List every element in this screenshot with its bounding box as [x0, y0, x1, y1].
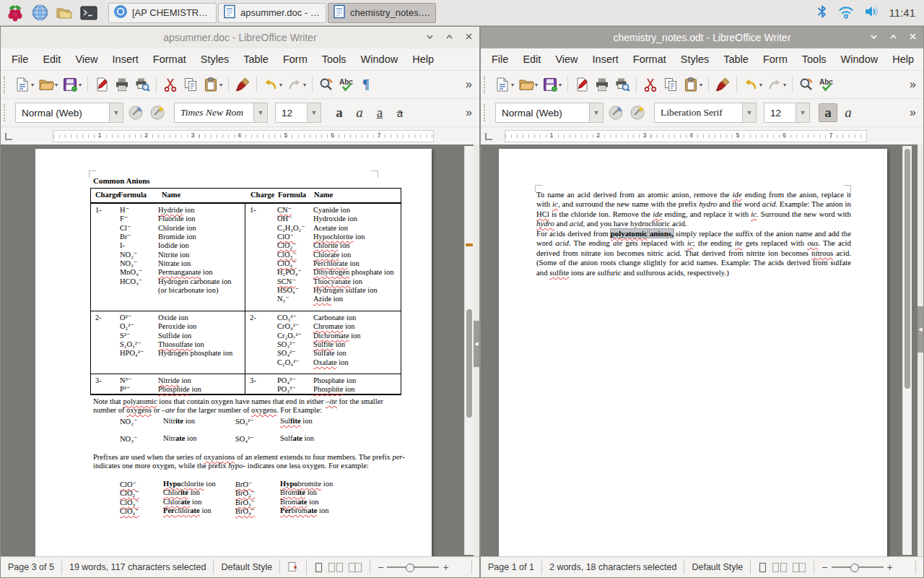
spellcheck-button[interactable]: Abc — [336, 74, 358, 95]
toolbar-overflow-button[interactable]: » — [461, 106, 476, 119]
menu-format[interactable]: Format — [147, 51, 193, 67]
zoom-slider-thumb[interactable] — [406, 564, 414, 572]
menu-file[interactable]: File — [5, 51, 35, 67]
paragraph-style-combo[interactable]: Normal (Web)▼ — [15, 103, 123, 123]
open-button[interactable]: ▾ — [36, 74, 60, 95]
browser-globe-icon[interactable] — [29, 2, 51, 24]
sidebar-hide-button[interactable]: ◀ — [474, 321, 479, 367]
menu-styles[interactable]: Styles — [674, 51, 716, 67]
menu-form[interactable]: Form — [757, 51, 794, 67]
scrollbar-thumb[interactable] — [905, 149, 910, 389]
chevron-down-icon[interactable]: ▼ — [589, 103, 603, 122]
menu-help[interactable]: Help — [406, 51, 440, 67]
zoom-slider[interactable]: − + — [370, 560, 472, 574]
clock[interactable]: 11:41 — [889, 7, 915, 19]
page-number-field[interactable]: Page 3 of 5 — [1, 560, 62, 574]
menu-window[interactable]: Window — [834, 51, 885, 67]
chevron-down-icon[interactable]: ▾ — [535, 82, 538, 88]
chevron-down-icon[interactable]: ▼ — [796, 103, 809, 122]
document-area[interactable]: To name an acid derived from an atomic a… — [481, 144, 923, 556]
menu-tools[interactable]: Tools — [315, 51, 353, 67]
minimize-button[interactable] — [869, 31, 879, 44]
view-layout-buttons[interactable] — [751, 560, 814, 574]
menu-styles[interactable]: Styles — [194, 51, 236, 67]
spellcheck-button[interactable]: Abc — [816, 74, 838, 95]
print-preview-button[interactable] — [612, 74, 632, 95]
new-style-icon[interactable] — [628, 103, 647, 122]
italic-button[interactable]: a — [350, 103, 369, 122]
page-style-field[interactable]: Default Style — [214, 560, 280, 574]
cut-button[interactable] — [640, 74, 661, 95]
menu-insert[interactable]: Insert — [586, 51, 625, 67]
zoom-slider[interactable]: − + — [814, 560, 916, 574]
chevron-down-icon[interactable]: ▼ — [307, 103, 321, 122]
undo-button[interactable]: ▾ — [741, 74, 764, 95]
save-button[interactable]: ▾ — [540, 74, 564, 95]
menu-tools[interactable]: Tools — [796, 51, 833, 67]
terminal-icon[interactable] — [78, 2, 100, 24]
page-style-field[interactable]: Default Style — [684, 560, 751, 574]
page-number-field[interactable]: Page 1 of 1 — [481, 560, 542, 574]
font-size-combo[interactable]: 12▼ — [764, 103, 810, 123]
toolbar-grip[interactable] — [4, 104, 10, 121]
cut-button[interactable] — [160, 74, 180, 95]
menu-window[interactable]: Window — [354, 51, 405, 67]
find-replace-button[interactable] — [796, 74, 816, 95]
find-replace-button[interactable] — [316, 74, 336, 95]
font-name-combo[interactable]: Times New Rom▼ — [174, 103, 268, 123]
new-doc-button[interactable]: ▾ — [12, 74, 36, 95]
toolbar-overflow-button[interactable]: » — [461, 78, 476, 91]
chevron-down-icon[interactable]: ▼ — [109, 103, 123, 122]
document-area[interactable]: Common Anions ChargeFormulaNameChargeFor… — [1, 144, 479, 556]
minimize-button[interactable] — [425, 31, 435, 44]
new-doc-button[interactable]: ▾ — [492, 74, 516, 95]
formatting-marks-button[interactable]: ¶ — [358, 74, 375, 95]
chevron-down-icon[interactable]: ▾ — [79, 82, 82, 88]
vertical-scrollbar[interactable] — [464, 146, 474, 555]
zoom-in-icon[interactable]: + — [887, 561, 893, 573]
redo-button[interactable]: ▾ — [764, 74, 788, 95]
clone-formatting-button[interactable] — [712, 74, 733, 95]
font-name-combo[interactable]: Liberation Serif▼ — [654, 103, 757, 123]
export-pdf-button[interactable] — [572, 74, 592, 95]
chevron-down-icon[interactable]: ▾ — [279, 82, 282, 88]
update-style-icon[interactable] — [606, 103, 625, 122]
close-button[interactable] — [464, 31, 474, 44]
wifi-icon[interactable] — [837, 4, 855, 22]
taskbar-task-button[interactable]: apsummer.doc - Libre... — [218, 3, 326, 23]
redo-button[interactable]: ▾ — [284, 74, 308, 95]
paste-button[interactable]: ▾ — [681, 74, 705, 95]
file-manager-icon[interactable] — [53, 2, 75, 24]
toolbar-overflow-button[interactable]: » — [905, 106, 920, 119]
chevron-down-icon[interactable]: ▼ — [742, 103, 756, 122]
menu-file[interactable]: File — [485, 51, 515, 67]
font-size-combo[interactable]: 12▼ — [275, 103, 321, 123]
zoom-percent-field[interactable]: 67% — [916, 560, 924, 574]
undo-button[interactable]: ▾ — [261, 74, 284, 95]
zoom-out-icon[interactable]: − — [378, 561, 383, 573]
clone-formatting-button[interactable] — [232, 74, 253, 95]
chevron-down-icon[interactable]: ▾ — [31, 82, 34, 88]
zoom-slider-thumb[interactable] — [850, 564, 859, 572]
vertical-scrollbar[interactable] — [902, 146, 912, 555]
document-page[interactable]: Common Anions ChargeFormulaNameChargeFor… — [35, 149, 432, 556]
chevron-down-icon[interactable]: ▾ — [783, 82, 786, 88]
title-bar[interactable]: chemistry_notes.odt - LibreOffice Writer — [481, 27, 923, 48]
tab-stop-icon[interactable] — [5, 133, 12, 140]
new-style-icon[interactable] — [148, 103, 167, 122]
word-count-field[interactable]: 19 words, 117 characters selected — [62, 560, 214, 574]
title-bar[interactable]: apsummer.doc - LibreOffice Writer — [1, 27, 479, 48]
close-button[interactable] — [908, 31, 918, 44]
maximize-button[interactable] — [889, 31, 898, 44]
menu-edit[interactable]: Edit — [36, 51, 67, 67]
chevron-down-icon[interactable]: ▾ — [219, 82, 222, 88]
toolbar-grip[interactable] — [484, 76, 490, 93]
sidebar-hide-button[interactable]: ◀ — [918, 306, 923, 353]
bluetooth-icon[interactable] — [816, 4, 829, 22]
menu-edit[interactable]: Edit — [516, 51, 547, 67]
menu-insert[interactable]: Insert — [106, 51, 145, 67]
chevron-down-icon[interactable]: ▾ — [759, 82, 762, 88]
tab-stop-icon[interactable] — [485, 133, 492, 140]
bold-button[interactable]: a — [330, 103, 349, 122]
menu-view[interactable]: View — [549, 51, 584, 67]
